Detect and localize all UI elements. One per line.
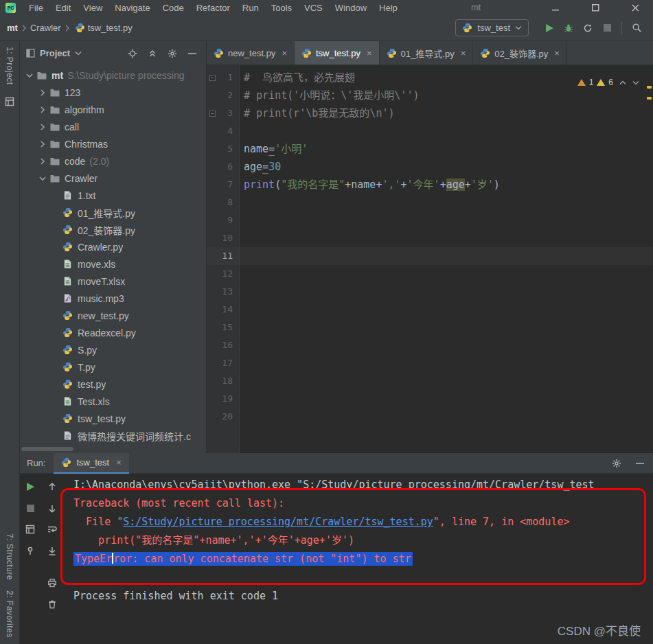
scroll-to-end-button[interactable]: [46, 544, 58, 557]
clear-all-button[interactable]: [46, 598, 58, 610]
run-button[interactable]: [540, 19, 559, 37]
tree-item-moveT.xlsx[interactable]: moveT.xlsx: [20, 273, 206, 290]
tree-item-01_推导式.py[interactable]: 01_推导式.py: [20, 204, 206, 221]
chevron-right-icon[interactable]: [36, 124, 48, 130]
horizontal-scrollbar[interactable]: [21, 447, 73, 451]
code-line-17[interactable]: [240, 354, 653, 372]
tree-item-new_test.py[interactable]: new_test.py: [20, 307, 206, 324]
menu-edit[interactable]: Edit: [49, 3, 77, 13]
fold-marker-icon[interactable]: −: [209, 111, 216, 117]
menu-view[interactable]: View: [77, 3, 108, 13]
chevron-down-icon[interactable]: [36, 175, 48, 182]
tree-item-code[interactable]: code (2.0): [20, 152, 206, 170]
settings-button[interactable]: [609, 456, 624, 471]
tab-close-icon[interactable]: ×: [461, 48, 466, 58]
locate-file-button[interactable]: [125, 46, 140, 61]
code-line-9[interactable]: [240, 211, 653, 229]
tree-item-music.mp3[interactable]: music.mp3: [20, 290, 206, 307]
tree-item-Crawler[interactable]: Crawler: [20, 170, 206, 187]
debug-button[interactable]: [559, 19, 578, 37]
tree-item-call[interactable]: call: [20, 118, 206, 135]
chevron-down-icon[interactable]: [23, 72, 35, 79]
menu-vcs[interactable]: VCS: [298, 3, 329, 13]
tree-item-1.txt[interactable]: 1.txt: [20, 187, 206, 204]
run-tab[interactable]: tsw_test ×: [54, 453, 128, 474]
tree-item-Test.xls[interactable]: Test.xls: [20, 393, 206, 410]
soft-wrap-button[interactable]: [46, 523, 58, 536]
stop-button[interactable]: [597, 19, 617, 37]
console-output[interactable]: I:\Anaconda\envs\cv5aiit\python.exe "S:/…: [64, 474, 653, 644]
hide-panel-button[interactable]: [185, 46, 200, 61]
tab-close-icon[interactable]: ×: [282, 48, 287, 58]
tree-item-02_装饰器.py[interactable]: 02_装饰器.py: [20, 221, 206, 238]
code-line-14[interactable]: [240, 301, 653, 319]
menu-file[interactable]: File: [23, 3, 49, 13]
menu-tools[interactable]: Tools: [265, 3, 298, 13]
tree-item-algorithm[interactable]: algorithm: [20, 101, 206, 118]
warning-stripe-mark[interactable]: [647, 86, 652, 89]
menu-refactor[interactable]: Refactor: [190, 3, 236, 13]
code-line-8[interactable]: [240, 194, 653, 211]
rerun-button[interactable]: [24, 481, 36, 493]
fold-marker-icon[interactable]: −: [209, 75, 216, 81]
editor-tab-01_推导式.py[interactable]: 01_推导式.py×: [380, 41, 474, 65]
rerun-with-coverage-button[interactable]: [578, 19, 597, 37]
maximize-button[interactable]: [588, 1, 602, 14]
code-line-4[interactable]: [240, 122, 653, 140]
breadcrumb-folder[interactable]: Crawler: [30, 23, 61, 33]
settings-button[interactable]: [165, 46, 180, 61]
menu-help[interactable]: Help: [373, 3, 404, 13]
editor[interactable]: −12−34567891011121314151617181920 # 鸟欲高飞…: [207, 65, 653, 453]
code-line-16[interactable]: [240, 336, 653, 354]
tree-item-Readexcel.py[interactable]: Readexcel.py: [20, 324, 206, 341]
tree-item-mt[interactable]: mt S:\Study\picture processing: [20, 67, 206, 84]
stop-button[interactable]: [24, 502, 36, 514]
restore-layout-button[interactable]: [24, 523, 36, 536]
editor-code[interactable]: # 鸟欲高飞，必先展翅# print('小明说：\'我是小明\'')# prin…: [240, 65, 653, 453]
tab-close-icon[interactable]: ×: [116, 457, 122, 468]
code-line-7[interactable]: print("我的名字是"+name+','+'今年'+age+'岁'): [240, 176, 653, 194]
project-panel-title[interactable]: Project: [40, 48, 70, 58]
tree-item-微博热搜关键词词频统计.c[interactable]: 微博热搜关键词词频统计.c: [20, 427, 206, 444]
close-button[interactable]: [628, 1, 642, 14]
tree-item-tsw_test.py[interactable]: tsw_test.py: [20, 410, 206, 427]
pin-tab-button[interactable]: [24, 544, 36, 557]
inspections-widget[interactable]: 1 6: [575, 72, 642, 93]
minimize-button[interactable]: [549, 1, 562, 14]
tree-item-move.xls[interactable]: move.xls: [20, 255, 206, 273]
chevron-right-icon[interactable]: [36, 158, 48, 165]
tool-button-structure[interactable]: 7: Structure: [5, 528, 14, 585]
tool-window-icon[interactable]: [5, 97, 14, 106]
collapse-all-button[interactable]: [145, 46, 160, 61]
chevron-right-icon[interactable]: [36, 106, 48, 113]
chevron-right-icon[interactable]: [36, 141, 48, 148]
tree-item-Crawler.py[interactable]: Crawler.py: [20, 238, 206, 255]
menu-navigate[interactable]: Navigate: [108, 3, 156, 13]
search-everywhere-button[interactable]: [627, 19, 646, 37]
warning-stripe-mark[interactable]: [647, 97, 652, 100]
hide-panel-button[interactable]: [632, 456, 648, 471]
down-stack-trace-button[interactable]: [46, 502, 58, 514]
tree-item-test.py[interactable]: test.py: [20, 376, 206, 393]
up-stack-trace-button[interactable]: [46, 481, 58, 493]
chevron-right-icon[interactable]: [36, 89, 48, 96]
breadcrumb-file[interactable]: tsw_test.py: [88, 23, 133, 33]
code-line-10[interactable]: [240, 229, 653, 247]
menu-window[interactable]: Window: [329, 3, 373, 13]
code-line-6[interactable]: age=30: [240, 158, 653, 176]
code-line-11[interactable]: [240, 247, 653, 265]
menu-run[interactable]: Run: [236, 3, 265, 13]
code-line-13[interactable]: [240, 283, 653, 301]
editor-tab-new_test.py[interactable]: new_test.py×: [207, 41, 295, 65]
tree-item-Christmas[interactable]: Christmas: [20, 135, 206, 152]
tree-item-S.py[interactable]: S.py: [20, 341, 206, 358]
editor-tab-02_装饰器.py[interactable]: 02_装饰器.py×: [473, 41, 567, 65]
breadcrumb-root[interactable]: mt: [7, 23, 18, 33]
run-config-selector[interactable]: tsw_test: [455, 19, 529, 36]
print-button[interactable]: [46, 577, 58, 589]
code-line-3[interactable]: # print(r'\b我是无敌的\n'): [240, 104, 653, 122]
code-line-12[interactable]: [240, 265, 653, 283]
chevron-down-icon[interactable]: [75, 51, 82, 56]
code-line-18[interactable]: [240, 372, 653, 390]
code-line-20[interactable]: [240, 408, 653, 426]
